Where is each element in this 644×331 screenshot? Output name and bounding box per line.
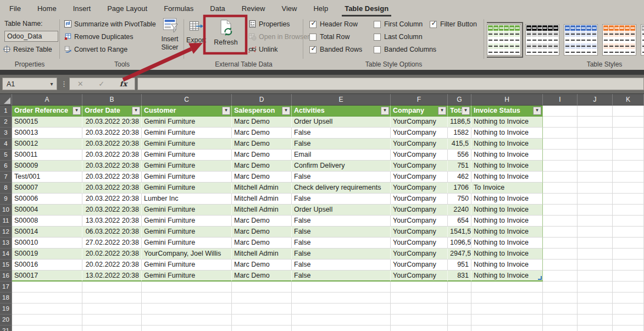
cell-B15[interactable]: 20.02.2022 20:38 <box>82 260 142 271</box>
table-style-swatch-orange[interactable] <box>602 24 636 56</box>
cell-I18[interactable] <box>543 293 578 304</box>
cell-F18[interactable] <box>391 293 448 304</box>
remove-duplicates-button[interactable]: Remove Duplicates <box>64 32 133 41</box>
cell-J6[interactable] <box>578 161 613 172</box>
cell-B20[interactable] <box>82 315 142 326</box>
cell-H11[interactable]: Nothing to Invoice <box>471 216 543 227</box>
cell-D11[interactable]: Marc Demo <box>232 216 292 227</box>
style-option-banded-rows[interactable]: ✓Banded Rows <box>309 46 362 53</box>
cell-D8[interactable]: Mitchell Admin <box>232 183 292 194</box>
cell-C6[interactable]: Gemini Furniture <box>142 161 232 172</box>
cell-D3[interactable]: Marc Demo <box>232 128 292 139</box>
cell-F7[interactable]: YourCompany <box>391 172 448 183</box>
cell-I14[interactable] <box>543 249 578 260</box>
cell-G8[interactable]: 1706 <box>448 183 471 194</box>
table-style-swatch-gray[interactable] <box>641 24 644 56</box>
checkbox-checked[interactable]: ✓ <box>430 21 437 28</box>
cell-D19[interactable] <box>232 304 292 315</box>
checkbox-unchecked[interactable] <box>309 34 317 41</box>
cell-H15[interactable]: Nothing to Invoice <box>471 260 543 271</box>
cell-D2[interactable]: Marc Demo <box>232 117 292 128</box>
cell-E20[interactable] <box>292 315 391 326</box>
cell-E9[interactable]: False <box>292 194 391 205</box>
table-style-swatch-dark[interactable] <box>525 24 559 56</box>
cell-B18[interactable] <box>82 293 142 304</box>
cell-J16[interactable] <box>578 271 613 282</box>
cell-K4[interactable] <box>613 139 644 150</box>
ribbon-tab-table-design[interactable]: Table Design <box>336 0 397 16</box>
cell-C10[interactable]: Gemini Furniture <box>142 205 232 216</box>
cell-G12[interactable]: 1541,5 <box>448 227 471 238</box>
cell-E17[interactable] <box>292 282 391 293</box>
cell-C20[interactable] <box>142 315 232 326</box>
cell-I10[interactable] <box>543 205 578 216</box>
cell-G3[interactable]: 1582 <box>448 128 471 139</box>
style-option-filter-button[interactable]: ✓Filter Button <box>430 20 477 28</box>
cell-F20[interactable] <box>391 315 448 326</box>
style-option-first-column[interactable]: First Column <box>374 20 423 28</box>
row-header-13[interactable]: 13 <box>0 238 12 249</box>
cell-A15[interactable]: S00016 <box>12 260 82 271</box>
table-style-swatch-blue[interactable] <box>564 24 598 56</box>
cell-F15[interactable]: YourCompany <box>391 260 448 271</box>
cell-H8[interactable]: To Invoice <box>471 183 543 194</box>
row-header-19[interactable]: 19 <box>0 304 12 315</box>
cell-E4[interactable]: False <box>292 139 391 150</box>
cell-E1[interactable]: Activities▼ <box>292 106 391 117</box>
checkbox-checked[interactable]: ✓ <box>309 46 317 53</box>
cell-I16[interactable] <box>543 271 578 282</box>
cell-K2[interactable] <box>613 117 644 128</box>
name-box-dropdown-icon[interactable]: ▾ <box>47 81 57 87</box>
cell-K11[interactable] <box>613 216 644 227</box>
cell-J1[interactable] <box>578 106 613 117</box>
cell-K6[interactable] <box>613 161 644 172</box>
cell-H21[interactable] <box>471 326 543 331</box>
cell-A5[interactable]: S00011 <box>12 150 82 161</box>
cell-I1[interactable] <box>543 106 578 117</box>
cell-I9[interactable] <box>543 194 578 205</box>
cell-F8[interactable]: YourCompany <box>391 183 448 194</box>
cell-K15[interactable] <box>613 260 644 271</box>
cell-E21[interactable] <box>292 326 391 331</box>
cell-A13[interactable]: S00010 <box>12 238 82 249</box>
cell-E18[interactable] <box>292 293 391 304</box>
cell-I19[interactable] <box>543 304 578 315</box>
cell-I6[interactable] <box>543 161 578 172</box>
cell-F14[interactable]: YourCompany <box>391 249 448 260</box>
row-header-1[interactable]: 1 <box>0 106 12 117</box>
cell-G10[interactable]: 2240 <box>448 205 471 216</box>
column-header-C[interactable]: C <box>142 94 232 106</box>
cell-G7[interactable]: 462 <box>448 172 471 183</box>
cell-C11[interactable]: Gemini Furniture <box>142 216 232 227</box>
cell-F16[interactable]: YourCompany <box>391 271 448 282</box>
cell-C17[interactable] <box>142 282 232 293</box>
cell-E7[interactable]: False <box>292 172 391 183</box>
cell-A8[interactable]: S00007 <box>12 183 82 194</box>
cell-K10[interactable] <box>613 205 644 216</box>
insert-function-icon[interactable]: fx <box>120 80 127 88</box>
cell-F10[interactable]: YourCompany <box>391 205 448 216</box>
table-resize-handle[interactable] <box>538 276 542 280</box>
cell-I7[interactable] <box>543 172 578 183</box>
row-header-11[interactable]: 11 <box>0 216 12 227</box>
cell-I21[interactable] <box>543 326 578 331</box>
cell-I17[interactable] <box>543 282 578 293</box>
cell-K19[interactable] <box>613 304 644 315</box>
cell-I8[interactable] <box>543 183 578 194</box>
cell-E3[interactable]: False <box>292 128 391 139</box>
cell-A14[interactable]: S00019 <box>12 249 82 260</box>
cell-A2[interactable]: S00015 <box>12 117 82 128</box>
cell-C4[interactable]: Gemini Furniture <box>142 139 232 150</box>
cell-J21[interactable] <box>578 326 613 331</box>
cell-E19[interactable] <box>292 304 391 315</box>
row-header-4[interactable]: 4 <box>0 139 12 150</box>
export-button[interactable]: Export ⌄ <box>185 20 207 52</box>
cell-H18[interactable] <box>471 293 543 304</box>
row-header-10[interactable]: 10 <box>0 205 12 216</box>
cell-D17[interactable] <box>232 282 292 293</box>
cell-D12[interactable]: Marc Demo <box>232 227 292 238</box>
cell-G21[interactable] <box>448 326 471 331</box>
cell-F21[interactable] <box>391 326 448 331</box>
column-header-I[interactable]: I <box>543 94 578 106</box>
row-header-20[interactable]: 20 <box>0 315 12 326</box>
